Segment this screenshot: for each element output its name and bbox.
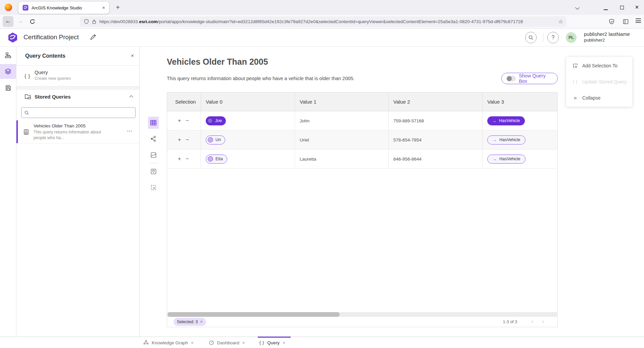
relationship-pill[interactable]: →HasVehicle xyxy=(487,155,526,164)
tab-label: Knowledge Graph xyxy=(152,340,188,345)
app-logo xyxy=(7,32,18,43)
tab-close-icon[interactable]: × xyxy=(102,5,106,10)
value-cell: 578-654-7854 xyxy=(389,130,483,149)
search-input[interactable] xyxy=(32,110,133,115)
tool-map[interactable] xyxy=(148,149,159,161)
remove-selection-icon[interactable]: − xyxy=(186,118,189,123)
dashboard-icon xyxy=(209,340,214,345)
browser-tab[interactable]: ArcGIS Knowledge Studio × xyxy=(18,2,109,14)
collapse-section-chevron-icon[interactable] xyxy=(129,95,133,99)
edit-title-icon[interactable] xyxy=(90,34,96,40)
previous-page-icon[interactable]: ‹ xyxy=(531,318,533,325)
menu-item-collapse[interactable]: » Collapse xyxy=(566,90,632,106)
add-selection-icon[interactable]: + xyxy=(178,156,181,162)
menu-item-add-selection-to[interactable]: Add Selection To xyxy=(566,58,632,74)
search-button[interactable] xyxy=(525,32,537,43)
tab-list-chevron-icon[interactable] xyxy=(575,5,580,10)
stored-queries-header[interactable]: Stored Queries xyxy=(16,90,139,104)
tool-select[interactable] xyxy=(148,181,159,193)
menu-icon[interactable] xyxy=(636,18,641,23)
context-menu: Add Selection To { } Update Stored Query… xyxy=(566,57,632,107)
close-tab-icon[interactable]: × xyxy=(283,340,285,345)
relationship-pill[interactable]: →HasVehicle xyxy=(487,135,526,144)
entity-cell: Uri xyxy=(201,130,295,149)
tool-table-view[interactable] xyxy=(148,117,159,129)
entity-pill[interactable]: Uri xyxy=(206,135,225,144)
shield-check-icon[interactable] xyxy=(609,19,614,24)
window-maximize-button[interactable] xyxy=(620,6,624,9)
close-tab-icon[interactable]: × xyxy=(242,340,245,345)
browser-titlebar: ArcGIS Knowledge Studio × + × xyxy=(0,0,644,15)
show-query-box-toggle[interactable]: Show Query Box xyxy=(501,73,558,84)
stored-query-title: Vehicles Older Than 2005 xyxy=(34,123,86,128)
collapse-icon: » xyxy=(572,95,578,101)
selected-count-chip[interactable]: Selected: 3 × xyxy=(174,318,206,326)
url-text[interactable]: https://dev0028833.esri.com/portal/apps/… xyxy=(99,19,556,24)
url-bar[interactable]: https://dev0028833.esri.com/portal/apps/… xyxy=(80,16,566,27)
scrollbar-thumb[interactable] xyxy=(167,312,340,317)
column-header: Value 0 xyxy=(201,93,295,111)
tool-add-to-map[interactable] xyxy=(148,165,159,177)
next-page-icon[interactable]: › xyxy=(542,318,544,325)
query-item-label: Query xyxy=(35,70,48,75)
bookmark-star-icon[interactable]: ☆ xyxy=(558,18,563,25)
stored-queries-search[interactable] xyxy=(21,107,136,118)
braces-icon: { } xyxy=(259,340,264,345)
user-info[interactable]: publisher2 lastName publisher2 xyxy=(584,31,630,43)
panel-close-icon[interactable]: × xyxy=(131,53,134,58)
lock-icon[interactable] xyxy=(92,19,96,24)
window-close-button[interactable]: × xyxy=(635,3,639,11)
value-cell: Lauretta xyxy=(295,150,389,168)
entity-pill[interactable]: Joe xyxy=(206,116,226,125)
table-row[interactable]: + − Etta Lauretta 846-956-8644 →HasVehic… xyxy=(167,150,557,169)
sidebar-library-icon[interactable] xyxy=(623,19,629,24)
table-row[interactable]: + − Uri Uriel 578-654-7854 →HasVehicle xyxy=(167,130,557,150)
sidebar-item-save[interactable] xyxy=(0,80,16,95)
arrow-right-icon: → xyxy=(492,157,497,162)
help-button[interactable]: ? xyxy=(547,32,559,43)
menu-item-label: Update Stored Query xyxy=(582,79,627,84)
relationship-cell: →HasVehicle xyxy=(483,111,557,130)
reload-button[interactable] xyxy=(30,19,35,24)
tab-query[interactable]: { } Query × xyxy=(259,337,285,348)
bottom-tab-bar: Knowledge Graph × Dashboard × { } Query … xyxy=(0,337,644,348)
braces-icon: { } xyxy=(24,73,30,79)
value-cell: John xyxy=(295,111,389,130)
arrow-right-icon: → xyxy=(492,137,497,142)
forward-button[interactable]: → xyxy=(17,18,23,24)
tab-dashboard[interactable]: Dashboard × xyxy=(209,337,245,348)
tab-label: Query xyxy=(267,340,280,345)
app-favicon xyxy=(22,5,29,11)
query-list-item[interactable]: { } Query Create new queries xyxy=(16,66,139,86)
tab-knowledge-graph[interactable]: Knowledge Graph × xyxy=(143,337,194,348)
entity-pill[interactable]: Etta xyxy=(206,155,227,164)
tool-link-chart[interactable] xyxy=(148,133,159,145)
add-selection-icon[interactable]: + xyxy=(178,118,181,123)
sidebar-item-hierarchy[interactable] xyxy=(0,48,16,63)
back-button[interactable]: ← xyxy=(3,16,13,27)
close-tab-icon[interactable]: × xyxy=(191,340,194,345)
page-range-label: 1-3 of 3 xyxy=(503,320,517,324)
clear-selection-icon[interactable]: × xyxy=(200,320,203,324)
value-cell: 846-956-8644 xyxy=(389,150,483,168)
stored-query-item[interactable]: Vehicles Older Than 2005 This query retu… xyxy=(16,120,139,143)
add-selection-icon[interactable]: + xyxy=(178,137,181,142)
new-tab-button[interactable]: + xyxy=(113,3,122,12)
entity-dot-icon xyxy=(208,156,213,162)
tracking-shield-icon[interactable] xyxy=(84,19,89,24)
value-cell: 759-889-57168 xyxy=(389,111,483,130)
item-options-icon[interactable]: ··· xyxy=(127,128,133,133)
arrow-right-icon: → xyxy=(492,118,496,123)
relationship-pill[interactable]: →HasVehicle xyxy=(487,116,525,125)
query-contents-panel: Query Contents × { } Query Create new qu… xyxy=(16,47,140,348)
remove-selection-icon[interactable]: − xyxy=(186,156,189,162)
remove-selection-icon[interactable]: − xyxy=(186,137,189,142)
select-tool-icon xyxy=(150,184,157,191)
sidebar-item-contents[interactable] xyxy=(0,64,16,79)
toggle-track[interactable] xyxy=(506,76,516,81)
horizontal-scrollbar[interactable] xyxy=(167,312,558,317)
table-row[interactable]: + − Joe John 759-889-57168 →HasVehicle xyxy=(167,111,557,130)
avatar[interactable]: PL xyxy=(566,32,577,43)
firefox-icon[interactable] xyxy=(5,4,12,11)
window-minimize-button[interactable] xyxy=(604,9,608,10)
